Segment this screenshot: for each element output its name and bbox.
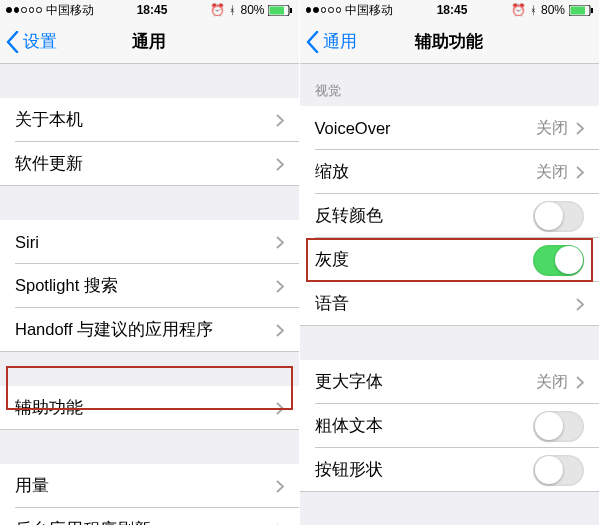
carrier-label: 中国移动 — [46, 2, 94, 19]
cell-background-refresh[interactable]: 后台应用程序刷新 — [0, 508, 299, 525]
cell-spotlight[interactable]: Spotlight 搜索 — [0, 264, 299, 308]
right-screen: 中国移动 18:45 ⏰ ᚼ 80% 通用 辅助功能 视觉 VoiceOver关… — [300, 0, 600, 525]
cell-label: 缩放 — [315, 161, 537, 183]
nav-bar: 通用 辅助功能 — [300, 20, 600, 64]
battery-icon — [268, 5, 292, 16]
chevron-right-icon — [276, 402, 284, 415]
cell-invert-colors[interactable]: 反转颜色 — [300, 194, 600, 238]
signal-dots — [306, 7, 342, 13]
status-time: 18:45 — [137, 3, 168, 17]
back-button[interactable]: 通用 — [306, 30, 357, 53]
content: 关于本机 软件更新 Siri Spotlight 搜索 Handoff 与建议的… — [0, 64, 299, 525]
nav-title: 辅助功能 — [415, 30, 483, 53]
nav-title: 通用 — [132, 30, 166, 53]
cell-zoom[interactable]: 缩放关闭 — [300, 150, 600, 194]
chevron-left-icon — [306, 31, 319, 53]
cell-larger-text[interactable]: 更大字体关闭 — [300, 360, 600, 404]
cell-label: 粗体文本 — [315, 415, 534, 437]
svg-rect-4 — [570, 6, 585, 14]
back-button[interactable]: 设置 — [6, 30, 57, 53]
cell-siri[interactable]: Siri — [0, 220, 299, 264]
cell-label: 后台应用程序刷新 — [15, 519, 276, 525]
cell-label: Handoff 与建议的应用程序 — [15, 319, 276, 341]
cell-voiceover[interactable]: VoiceOver关闭 — [300, 106, 600, 150]
battery-label: 80% — [240, 3, 264, 17]
status-time: 18:45 — [437, 3, 468, 17]
cell-about[interactable]: 关于本机 — [0, 98, 299, 142]
chevron-right-icon — [276, 480, 284, 493]
toggle-button-shapes[interactable] — [533, 455, 584, 486]
nav-bar: 设置 通用 — [0, 20, 299, 64]
chevron-right-icon — [576, 376, 584, 389]
cell-label: 辅助功能 — [15, 397, 276, 419]
chevron-right-icon — [276, 158, 284, 171]
cell-bold-text[interactable]: 粗体文本 — [300, 404, 600, 448]
chevron-right-icon — [576, 166, 584, 179]
cell-label: 反转颜色 — [315, 205, 534, 227]
svg-rect-2 — [290, 8, 292, 13]
content: 视觉 VoiceOver关闭 缩放关闭 反转颜色 灰度 语音 更大字体关闭 粗体… — [300, 64, 600, 525]
alarm-icon: ⏰ — [210, 3, 225, 17]
chevron-left-icon — [6, 31, 19, 53]
cell-detail: 关闭 — [536, 372, 568, 393]
cell-label: Spotlight 搜索 — [15, 275, 276, 297]
chevron-right-icon — [276, 324, 284, 337]
cell-label: 灰度 — [315, 249, 534, 271]
bluetooth-icon: ᚼ — [229, 4, 236, 16]
cell-label: 用量 — [15, 475, 276, 497]
battery-icon — [569, 5, 593, 16]
chevron-right-icon — [276, 114, 284, 127]
chevron-right-icon — [576, 122, 584, 135]
chevron-right-icon — [276, 236, 284, 249]
status-bar: 中国移动 18:45 ⏰ ᚼ 80% — [300, 0, 600, 20]
cell-label: 语音 — [315, 293, 577, 315]
cell-software-update[interactable]: 软件更新 — [0, 142, 299, 186]
cell-label: VoiceOver — [315, 119, 537, 138]
chevron-right-icon — [276, 280, 284, 293]
cell-accessibility[interactable]: 辅助功能 — [0, 386, 299, 430]
left-screen: 中国移动 18:45 ⏰ ᚼ 80% 设置 通用 关于本机 软件更新 Siri … — [0, 0, 300, 525]
cell-label: 更大字体 — [315, 371, 537, 393]
cell-grayscale[interactable]: 灰度 — [300, 238, 600, 282]
carrier-label: 中国移动 — [345, 2, 393, 19]
cell-handoff[interactable]: Handoff 与建议的应用程序 — [0, 308, 299, 352]
cell-speech[interactable]: 语音 — [300, 282, 600, 326]
bluetooth-icon: ᚼ — [530, 4, 537, 16]
cell-detail: 关闭 — [536, 162, 568, 183]
cell-usage[interactable]: 用量 — [0, 464, 299, 508]
cell-label: 按钮形状 — [315, 459, 534, 481]
svg-rect-5 — [591, 8, 593, 13]
back-label: 设置 — [23, 30, 57, 53]
cell-label: 软件更新 — [15, 153, 276, 175]
section-header-vision: 视觉 — [300, 76, 600, 106]
battery-label: 80% — [541, 3, 565, 17]
toggle-bold[interactable] — [533, 411, 584, 442]
toggle-grayscale[interactable] — [533, 245, 584, 276]
alarm-icon: ⏰ — [511, 3, 526, 17]
chevron-right-icon — [576, 298, 584, 311]
signal-dots — [6, 7, 42, 13]
toggle-invert[interactable] — [533, 201, 584, 232]
svg-rect-1 — [270, 6, 285, 14]
status-bar: 中国移动 18:45 ⏰ ᚼ 80% — [0, 0, 299, 20]
cell-label: 关于本机 — [15, 109, 276, 131]
back-label: 通用 — [323, 30, 357, 53]
cell-button-shapes[interactable]: 按钮形状 — [300, 448, 600, 492]
cell-label: Siri — [15, 233, 276, 252]
cell-detail: 关闭 — [536, 118, 568, 139]
